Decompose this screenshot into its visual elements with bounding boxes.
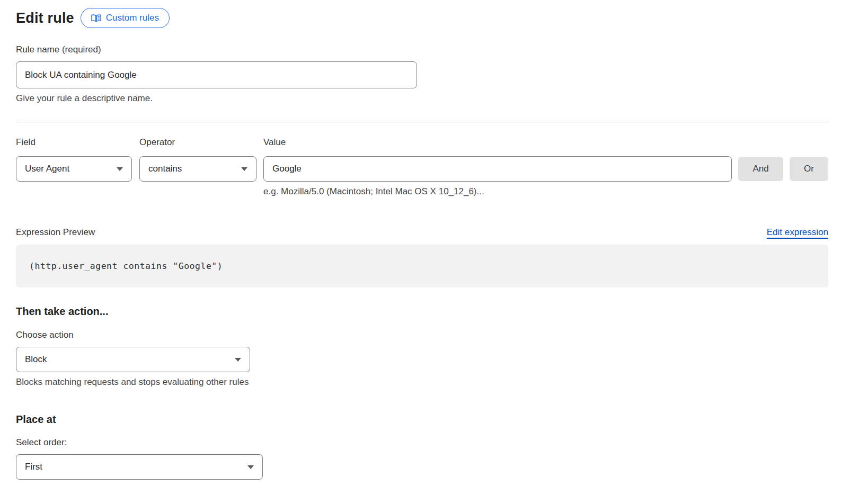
page-header: Edit rule Custom rules — [16, 8, 828, 28]
value-input[interactable] — [263, 156, 732, 182]
place-at-heading: Place at — [16, 413, 828, 426]
action-heading: Then take action... — [16, 305, 828, 318]
action-section: Then take action... Choose action Block … — [16, 305, 828, 388]
expression-code-block: (http.user_agent contains "Google") — [16, 245, 828, 287]
expression-code: (http.user_agent contains "Google") — [29, 261, 223, 271]
chevron-down-icon — [241, 167, 247, 171]
rule-name-helper: Give your rule a descriptive name. — [16, 93, 828, 104]
rule-name-input[interactable] — [16, 61, 417, 88]
field-label: Field — [16, 137, 139, 148]
page-title: Edit rule — [16, 10, 74, 26]
expression-preview-section: Expression Preview Edit expression (http… — [16, 227, 828, 287]
builder-labels-row: Field Operator Value — [16, 137, 828, 148]
expression-preview-label: Expression Preview — [16, 227, 95, 238]
select-order-label: Select order: — [16, 437, 828, 448]
operator-label: Operator — [139, 137, 263, 148]
edit-rule-page: Edit rule Custom rules Rule name (requir… — [0, 0, 828, 480]
rule-name-label: Rule name (required) — [16, 44, 828, 55]
custom-rules-badge-label: Custom rules — [106, 13, 159, 23]
chevron-down-icon — [235, 358, 241, 362]
operator-select[interactable]: contains — [139, 156, 256, 182]
custom-rules-badge[interactable]: Custom rules — [81, 8, 170, 28]
chevron-down-icon — [247, 465, 254, 469]
choose-action-label: Choose action — [16, 330, 828, 340]
builder-controls-row: User Agent contains And Or — [16, 156, 828, 182]
rule-name-section: Rule name (required) Give your rule a de… — [16, 44, 828, 104]
or-button[interactable]: Or — [790, 157, 828, 181]
field-select-value: User Agent — [25, 164, 69, 174]
order-select-value: First — [25, 462, 42, 472]
action-select-value: Block — [25, 354, 47, 365]
action-helper: Blocks matching requests and stops evalu… — [16, 377, 828, 388]
edit-expression-link[interactable]: Edit expression — [767, 227, 828, 238]
value-label: Value — [263, 137, 286, 148]
placement-section: Place at Select order: First — [16, 413, 828, 480]
and-button[interactable]: And — [738, 157, 783, 181]
field-select[interactable]: User Agent — [16, 156, 132, 182]
action-select[interactable]: Block — [16, 347, 250, 372]
order-select[interactable]: First — [16, 454, 263, 480]
expression-builder: Field Operator Value User Agent contains… — [16, 137, 828, 197]
open-book-icon — [91, 14, 101, 23]
section-divider — [16, 122, 828, 122]
chevron-down-icon — [117, 167, 123, 171]
expression-preview-header: Expression Preview Edit expression — [16, 227, 828, 238]
operator-select-value: contains — [148, 164, 182, 174]
value-helper: e.g. Mozilla/5.0 (Macintosh; Intel Mac O… — [263, 186, 828, 197]
